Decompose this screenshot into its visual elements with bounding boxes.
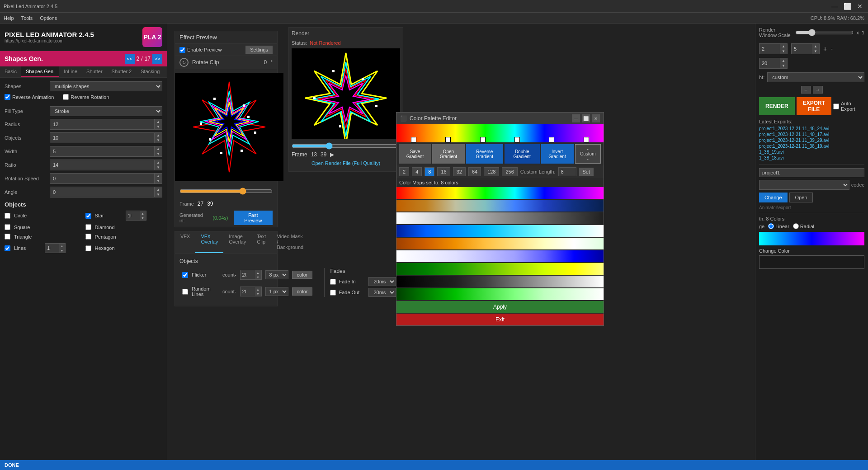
- frame-slider[interactable]: [179, 188, 273, 195]
- len-4-btn[interactable]: 4: [412, 167, 422, 176]
- export-btn[interactable]: EXPORT FILE: [797, 97, 831, 115]
- gradient-handle-1[interactable]: [411, 137, 416, 142]
- count-input[interactable]: [760, 59, 780, 67]
- vfx-flicker-count-input[interactable]: [241, 271, 255, 278]
- auto-export-checkbox[interactable]: [833, 103, 839, 109]
- vfx-randlines-count-input[interactable]: [241, 288, 255, 295]
- colormap-4[interactable]: [396, 225, 604, 237]
- arrow-right-btn[interactable]: →: [813, 86, 823, 94]
- colormap-6[interactable]: [396, 250, 604, 262]
- fill-type-select[interactable]: Stroke: [50, 106, 162, 116]
- save-gradient-btn[interactable]: Save Gradient: [399, 144, 431, 164]
- tab-inline[interactable]: InLine: [59, 66, 82, 77]
- export-item-1[interactable]: project1_2023-12-21 11_48_24.avi: [759, 126, 864, 131]
- maximize-btn[interactable]: ⬜: [843, 2, 852, 11]
- colormap-3[interactable]: [396, 212, 604, 224]
- num2-down[interactable]: ▼: [812, 49, 819, 54]
- objects-down[interactable]: ▼: [155, 138, 162, 143]
- obj-square-label[interactable]: Square: [14, 225, 41, 230]
- invert-gradient-btn[interactable]: Invert Gradient: [541, 144, 574, 164]
- color-swatch[interactable]: [759, 255, 864, 269]
- num1-up[interactable]: ▲: [780, 44, 787, 49]
- codec-select[interactable]: [759, 180, 849, 190]
- tab-basic[interactable]: Basic: [0, 66, 21, 77]
- colormap-1[interactable]: [396, 187, 604, 199]
- obj-lines-checkbox[interactable]: [5, 245, 10, 251]
- custom-gradient-btn[interactable]: - Custom -: [575, 144, 601, 164]
- num2-input[interactable]: [792, 45, 812, 53]
- objects-up[interactable]: ▲: [155, 133, 162, 138]
- vfx-tab-vfx[interactable]: VFX: [175, 231, 195, 253]
- num2-up[interactable]: ▲: [812, 44, 819, 49]
- obj-star-down[interactable]: ▼: [140, 216, 146, 220]
- ratio-down[interactable]: ▼: [155, 165, 162, 170]
- export-item-4[interactable]: project1_2023-12-21 11_38_19.avi: [759, 144, 864, 149]
- obj-hexagon-checkbox[interactable]: [85, 245, 91, 251]
- reverse-animation-checkbox[interactable]: [5, 94, 10, 100]
- len-16-btn[interactable]: 16: [437, 167, 450, 176]
- radius-down[interactable]: ▼: [155, 124, 162, 129]
- gradient-handle-4[interactable]: [514, 137, 520, 142]
- vfx-tab-text[interactable]: Text Clip: [251, 231, 271, 253]
- menu-help[interactable]: Help: [4, 15, 14, 21]
- render-frame-slider[interactable]: [292, 142, 400, 150]
- angle-down[interactable]: ▼: [155, 192, 162, 197]
- obj-lines-label[interactable]: Lines: [14, 245, 41, 251]
- open-btn[interactable]: Open: [789, 193, 813, 202]
- vfx-flicker-checkbox[interactable]: [182, 272, 188, 278]
- len-64-btn[interactable]: 64: [468, 167, 481, 176]
- cpe-gradient-bar[interactable]: [396, 124, 604, 142]
- len-8-btn[interactable]: 8: [425, 167, 434, 176]
- export-item-6[interactable]: 1_38_18.avi: [759, 155, 864, 160]
- gradient-handle-5[interactable]: [549, 137, 554, 142]
- obj-circle-checkbox[interactable]: [5, 213, 10, 219]
- colormap-2[interactable]: [396, 200, 604, 212]
- vfx-tab-overlay[interactable]: VFX Overlay: [195, 231, 223, 253]
- minimize-btn[interactable]: —: [830, 2, 839, 11]
- vfx-flicker-down[interactable]: ▼: [255, 275, 261, 279]
- arrow-left-btn[interactable]: ←: [801, 86, 811, 94]
- menu-tools[interactable]: Tools: [21, 15, 33, 21]
- fast-preview-btn[interactable]: Fast Preview: [234, 211, 273, 225]
- linear-radio[interactable]: [768, 223, 774, 229]
- export-item-3[interactable]: project1_2023-12-21 11_39_29.avi: [759, 138, 864, 143]
- obj-diamond-checkbox[interactable]: [85, 224, 91, 230]
- tab-spiral[interactable]: Spiral: [164, 66, 167, 77]
- rws-slider[interactable]: [795, 29, 854, 36]
- obj-circle-label[interactable]: Circle: [14, 213, 41, 218]
- radius-up[interactable]: ▲: [155, 119, 162, 124]
- open-render-file-link[interactable]: Open Render File (Full Quality): [292, 160, 400, 166]
- angle-up[interactable]: ▲: [155, 187, 162, 192]
- render-play-btn[interactable]: ▶: [330, 151, 334, 158]
- colormap-8[interactable]: [396, 276, 604, 287]
- light-select[interactable]: custom: [767, 72, 864, 82]
- num1-down[interactable]: ▼: [780, 49, 787, 54]
- obj-pentagon-checkbox[interactable]: [85, 234, 91, 240]
- nav-next-btn[interactable]: >>: [152, 54, 162, 64]
- obj-lines-down[interactable]: ▼: [59, 248, 65, 253]
- cpe-minimize[interactable]: —: [572, 114, 580, 122]
- len-2-btn[interactable]: 2: [399, 167, 409, 176]
- obj-triangle-label[interactable]: Triangle: [14, 234, 41, 240]
- export-item-5[interactable]: 1_38_19.avi: [759, 150, 864, 155]
- close-btn[interactable]: ✕: [855, 2, 864, 11]
- exit-btn[interactable]: Exit: [396, 314, 604, 325]
- apply-btn[interactable]: Apply: [396, 301, 604, 313]
- menu-options[interactable]: Options: [40, 15, 57, 21]
- obj-square-checkbox[interactable]: [5, 224, 10, 230]
- colormap-9[interactable]: [396, 288, 604, 300]
- enable-preview-label[interactable]: Enable Preview: [187, 47, 222, 52]
- project-name-input[interactable]: [759, 168, 864, 177]
- obj-star-checkbox[interactable]: [85, 213, 91, 219]
- change-btn[interactable]: Change: [759, 193, 788, 202]
- vfx-tab-image[interactable]: Image Overlay: [223, 231, 251, 253]
- ratio-input[interactable]: [50, 161, 154, 169]
- auto-export-label[interactable]: Auto Export: [841, 101, 864, 112]
- obj-pentagon-label[interactable]: Pentagon: [95, 234, 122, 240]
- cpe-maximize[interactable]: ⬜: [582, 114, 590, 122]
- obj-star-num-input[interactable]: [126, 212, 140, 219]
- double-gradient-btn[interactable]: Double Gradient: [505, 144, 540, 164]
- vfx-flicker-label[interactable]: Flicker: [192, 272, 219, 277]
- width-down[interactable]: ▼: [155, 151, 162, 156]
- reverse-rotation-checkbox[interactable]: [63, 94, 69, 100]
